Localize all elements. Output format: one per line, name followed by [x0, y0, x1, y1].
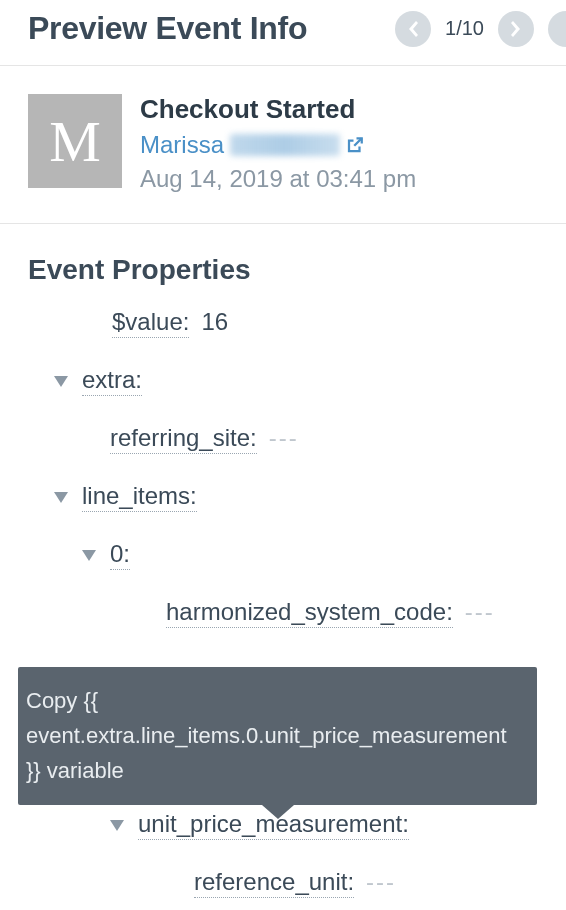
user-first-name[interactable]: Marissa: [140, 131, 224, 159]
event-timestamp: Aug 14, 2019 at 03:41 pm: [140, 165, 416, 193]
prop-harmonized-system-code: harmonized_system_code: ---: [28, 598, 538, 628]
prop-key[interactable]: 0:: [110, 540, 130, 570]
event-summary: M Checkout Started Marissa Aug 14, 2019 …: [0, 66, 566, 224]
next-button[interactable]: [498, 11, 534, 47]
prop-key[interactable]: referring_site:: [110, 424, 257, 454]
caret-icon[interactable]: [108, 820, 126, 832]
user-last-name-redacted: [230, 134, 340, 156]
caret-icon[interactable]: [80, 550, 98, 562]
prop-key[interactable]: line_items:: [82, 482, 197, 512]
prop-index-0: 0:: [28, 540, 538, 570]
prop-line-items: line_items:: [28, 482, 538, 512]
external-link-icon: [346, 136, 364, 154]
caret-icon[interactable]: [52, 376, 70, 388]
prop-val: 16: [201, 308, 228, 336]
header: Preview Event Info 1/10: [0, 0, 566, 66]
pager-text: 1/10: [445, 17, 484, 40]
overflow-button[interactable]: [548, 11, 566, 47]
summary-text: Checkout Started Marissa Aug 14, 2019 at…: [140, 94, 416, 193]
prop-val: ---: [269, 424, 299, 452]
caret-icon[interactable]: [52, 492, 70, 504]
prop-reference-unit: reference_unit: ---: [28, 868, 538, 898]
prop-extra: extra:: [28, 366, 538, 396]
prop-referring-site: referring_site: ---: [28, 424, 538, 454]
chevron-right-icon: [508, 19, 524, 39]
prop-key[interactable]: harmonized_system_code:: [166, 598, 453, 628]
pager: 1/10: [395, 11, 538, 47]
prop-value: $value: 16: [28, 308, 538, 338]
prop-key[interactable]: reference_unit:: [194, 868, 354, 898]
prop-key[interactable]: extra:: [82, 366, 142, 396]
page-title: Preview Event Info: [28, 10, 307, 47]
prop-key[interactable]: $value:: [112, 308, 189, 338]
chevron-left-icon: [405, 19, 421, 39]
event-name: Checkout Started: [140, 94, 416, 125]
section-title: Event Properties: [28, 254, 538, 286]
copy-variable-tooltip[interactable]: Copy {{ event.extra.line_items.0.unit_pr…: [18, 667, 537, 805]
prop-val: ---: [465, 598, 495, 626]
avatar: M: [28, 94, 122, 188]
prev-button[interactable]: [395, 11, 431, 47]
user-link[interactable]: Marissa: [140, 131, 416, 159]
prop-val: ---: [366, 868, 396, 896]
